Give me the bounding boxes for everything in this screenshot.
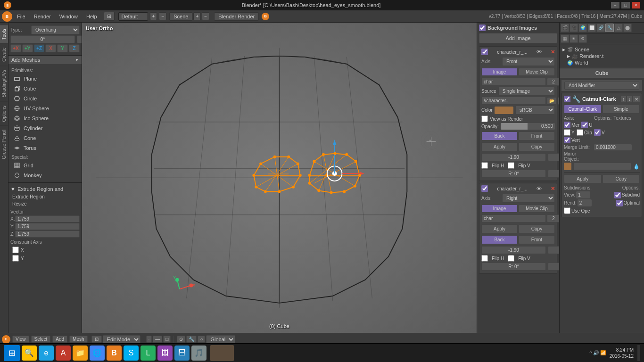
view-render-toggle-front[interactable] <box>481 115 488 122</box>
mirror-object-field[interactable] <box>573 163 631 170</box>
close-button[interactable]: ✕ <box>632 2 640 8</box>
prop-constraints-icon[interactable]: 🔗 <box>596 24 605 32</box>
prop-particles-icon[interactable]: ✴ <box>570 34 578 43</box>
clip-check[interactable] <box>577 129 583 136</box>
taskbar-icon-gallary[interactable]: 🎞 <box>174 346 190 361</box>
type-select[interactable]: Overhang <box>31 25 80 34</box>
mesh-cube-button[interactable]: Cube <box>11 84 79 93</box>
mesh-cone-button[interactable]: Cone <box>11 133 79 143</box>
flip-h-check-right[interactable] <box>481 255 488 262</box>
tree-renderer[interactable]: ▶ 🎥 Renderer.t <box>561 53 642 59</box>
select-menu-button[interactable]: Select <box>31 336 51 343</box>
resize-button[interactable]: Resize <box>10 200 80 207</box>
taskbar-icon-chrome[interactable]: 🌐 <box>90 346 105 361</box>
axis-plus-y[interactable]: +Y <box>22 44 33 52</box>
color-swatch-front[interactable] <box>495 107 513 114</box>
img-tab-right[interactable]: Image <box>481 205 518 213</box>
taskbar-icon-media[interactable]: 🎵 <box>191 346 206 361</box>
faces-select-button[interactable]: □ <box>163 336 171 343</box>
add-meshes-header[interactable]: Add Meshes ▼ <box>8 56 82 64</box>
mesh-cylinder-button[interactable]: Cylinder <box>11 123 79 133</box>
start-button[interactable]: ⊞ <box>4 345 20 361</box>
viewport-corner-icon[interactable]: B <box>2 335 10 344</box>
constraint-y-button[interactable]: Y <box>10 254 80 263</box>
vec-z-input[interactable] <box>15 230 80 238</box>
front-btn-right[interactable]: Front <box>519 235 555 244</box>
bg-item-right-toggle[interactable] <box>481 185 488 192</box>
merge-limit-input[interactable] <box>594 144 632 150</box>
char-input-front[interactable] <box>481 78 546 86</box>
angle2-field[interactable] <box>77 35 82 43</box>
edges-select-button[interactable]: — <box>153 336 162 343</box>
char-num-right[interactable] <box>547 214 559 222</box>
tab-tools[interactable]: Tools <box>0 25 8 43</box>
scene-remove-button[interactable]: − <box>202 12 209 20</box>
tab-create[interactable]: Create <box>0 43 8 66</box>
color-space-front[interactable]: sRGB <box>515 106 555 115</box>
u-check[interactable] <box>581 122 588 128</box>
tab-options[interactable]: Options <box>0 101 8 125</box>
remove-area-button[interactable]: − <box>159 12 166 20</box>
angle1-field[interactable] <box>10 35 75 43</box>
taskbar-icon-photos[interactable]: 🖼 <box>157 346 173 361</box>
menu-file[interactable]: File <box>13 13 29 20</box>
menu-render[interactable]: Render <box>30 13 55 20</box>
useope-check[interactable] <box>564 207 570 214</box>
mesh-grid-button[interactable]: Grid <box>11 161 79 170</box>
proportional-button[interactable]: ○ <box>198 336 205 343</box>
mode-selector[interactable]: Edit Mode <box>103 335 140 344</box>
x-offset-front[interactable] <box>481 153 546 161</box>
constraint-x-button[interactable]: X <box>10 246 80 254</box>
scene-add-button[interactable]: + <box>193 12 201 20</box>
viewport[interactable]: User Ortho <box>82 23 477 333</box>
optimal-check[interactable] <box>616 200 623 206</box>
modifier-enable[interactable] <box>564 96 570 102</box>
char-num-front[interactable] <box>547 78 559 86</box>
mesh-monkey-button[interactable]: Monkey <box>11 171 79 180</box>
scene-selector[interactable]: Scene <box>169 12 192 21</box>
img-tab-front[interactable]: Image <box>481 68 518 76</box>
show-desktop-button[interactable] <box>637 345 640 361</box>
axis-plus-x[interactable]: +X <box>10 44 21 52</box>
pivot-button[interactable]: ⊙ <box>177 336 185 343</box>
apply-btn-front[interactable]: Apply <box>481 142 518 151</box>
add-menu-button[interactable]: Add <box>52 336 67 343</box>
mesh-torus-button[interactable]: Torus <box>11 143 79 153</box>
mesh-icosphere-button[interactable]: Ico Sphere <box>11 114 79 123</box>
transform-orientation[interactable]: Global <box>206 335 235 344</box>
prop-render-icon[interactable]: 🎬 <box>561 24 569 32</box>
clip-tab-right[interactable]: Movie Clip <box>519 205 555 213</box>
source-select-front[interactable]: Single Image <box>498 87 555 96</box>
constraint-x-check[interactable] <box>12 247 19 253</box>
add-image-button[interactable]: Add Image <box>479 33 557 43</box>
scale-field-front[interactable] <box>548 170 559 178</box>
bg-images-toggle[interactable] <box>479 25 486 31</box>
y-offset-front[interactable] <box>548 153 559 161</box>
mesh-uvsphere-button[interactable]: UV Sphere <box>11 104 79 113</box>
add-area-button[interactable]: + <box>150 12 157 20</box>
taskbar-icon-explorer[interactable]: 🔍 <box>22 346 37 361</box>
flip-v-check-right[interactable] <box>508 255 514 262</box>
view-val-input[interactable] <box>576 191 590 198</box>
tab-grease-pencil[interactable]: Grease Pencil <box>0 125 8 163</box>
simple-btn[interactable]: Simple <box>603 105 640 114</box>
path-browse-front[interactable]: 📂 <box>547 97 557 105</box>
mesh-plane-button[interactable]: Plane <box>11 74 79 83</box>
add-modifier-select[interactable]: Add Modifier <box>564 82 639 90</box>
mesh-menu-button[interactable]: Mesh <box>69 336 87 343</box>
y-offset-right[interactable] <box>548 246 559 254</box>
layout-selector[interactable]: ⊞ <box>104 12 115 21</box>
rend-val-input[interactable] <box>578 199 592 206</box>
minimize-button[interactable]: − <box>611 2 619 8</box>
bg-item-right-close[interactable]: ✕ <box>551 186 555 192</box>
opacity-bar-front[interactable]: 0.500 <box>501 123 555 130</box>
bg-item-front-eye[interactable]: 👁 <box>537 49 542 55</box>
menu-help[interactable]: Help <box>83 13 101 20</box>
taskbar-icon-files[interactable]: 📁 <box>73 346 88 361</box>
flip-h-check-front[interactable] <box>481 162 488 169</box>
bg-item-front-toggle[interactable] <box>481 49 488 55</box>
v-check[interactable] <box>594 129 601 136</box>
view-menu-button[interactable]: View <box>12 336 29 343</box>
subdiv-check[interactable] <box>614 192 621 198</box>
path-input-front[interactable] <box>481 97 546 105</box>
